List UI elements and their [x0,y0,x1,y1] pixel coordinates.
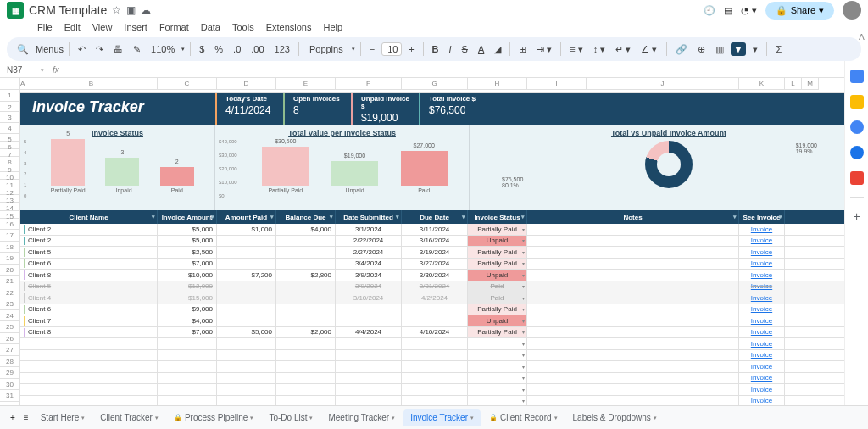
row-head[interactable]: 30 [0,379,20,391]
menu-format[interactable]: Format [159,22,189,34]
collapse-icon[interactable]: ᐱ [859,32,865,42]
borders-icon[interactable]: ⊞ [515,42,530,57]
table-row[interactable]: Client 8▾$7,000$5,000$2,0004/4/20244/10/… [20,327,868,339]
header-cell[interactable]: Client Name▾ [20,210,158,224]
table-row[interactable]: ▾▾Invoice [20,384,868,396]
text-color-icon[interactable]: A [475,42,487,56]
row-head[interactable]: 9 [0,164,20,172]
decimal-dec-icon[interactable]: .0 [230,42,244,56]
table-row[interactable]: Client 7▾$4,000Unpaid▾Invoice [20,315,868,327]
menu-help[interactable]: Help [323,22,342,34]
sheet-tab[interactable]: Client Tracker ▾ [93,410,165,426]
history-icon[interactable]: 🕘 [704,5,715,16]
font-size[interactable]: 10 [381,42,402,56]
sheet-tab[interactable]: 🔒Process Pipeline ▾ [167,410,260,426]
search-icon[interactable]: 🔍 [14,42,32,57]
row-head[interactable]: 22 [0,287,20,299]
filter-views-icon[interactable]: ▾ [749,42,761,57]
table-row[interactable]: ▾▾Invoice [20,338,868,350]
row-head[interactable]: 12 [0,187,20,195]
link-icon[interactable]: 🔗 [672,42,691,57]
row-head[interactable]: 23 [0,298,20,310]
col-head[interactable]: K [739,78,785,90]
sheet-tab[interactable]: Invoice Tracker ▾ [403,410,481,426]
italic-icon[interactable]: I [446,42,455,56]
tasks-icon[interactable] [850,120,864,134]
col-head[interactable]: E [276,78,336,90]
merge-icon[interactable]: ⇥ ▾ [533,42,555,57]
col-head[interactable]: L [785,78,802,90]
row-head[interactable]: 31 [0,390,20,402]
row-head[interactable]: 7 [0,149,20,157]
header-cell[interactable]: Balance Due▾ [276,210,336,224]
menu-tools[interactable]: Tools [232,22,254,34]
decimal-inc-icon[interactable]: .00 [248,42,267,56]
redo-icon[interactable]: ↷ [92,42,107,57]
font-select[interactable]: Poppins [304,42,348,56]
row-head[interactable]: 16 [0,219,20,231]
functions-icon[interactable]: Σ [772,42,785,56]
col-head[interactable]: B [25,78,158,90]
cloud-icon[interactable]: ☁ [141,4,151,16]
row-head[interactable]: 5 [0,134,20,142]
row-head[interactable]: 4 [0,123,20,134]
table-row[interactable]: Client 8▾$10,000$7,200$2,8003/9/20243/30… [20,270,868,281]
row-head[interactable]: 27 [0,344,20,356]
header-cell[interactable]: Amount Paid▾ [217,210,276,224]
col-head[interactable]: D [217,78,276,90]
row-head[interactable]: 6 [0,142,20,149]
table-row[interactable]: Client 6▾$9,000Partially Paid▾Invoice [20,304,868,316]
currency-icon[interactable]: $ [196,42,208,56]
table-row[interactable]: Client 5▾$2,5002/27/20243/19/2024Partial… [20,247,868,259]
row-head[interactable]: 26 [0,333,20,345]
comment-icon[interactable]: ▤ [724,5,732,16]
table-row[interactable]: Client 5▾$12,0003/9/20243/31/2024Paid▾In… [20,281,868,293]
row-head[interactable]: 19 [0,253,20,265]
wrap-icon[interactable]: ↵ ▾ [612,42,634,57]
valign-icon[interactable]: ↕ ▾ [590,42,609,57]
row-head[interactable]: 18 [0,242,20,254]
menu-data[interactable]: Data [201,22,220,34]
fill-color-icon[interactable]: ◢ [491,42,504,57]
name-box[interactable] [7,65,41,75]
row-head[interactable]: 13 [0,195,20,203]
filter-icon[interactable]: ▼ [731,42,747,56]
sheet[interactable]: ABCDEFGHIJKLM Invoice Tracker Today's Da… [20,78,868,417]
format-123[interactable]: 123 [271,42,293,56]
print-icon[interactable]: 🖶 [110,42,126,56]
menu-extensions[interactable]: Extensions [266,22,312,34]
row-head[interactable]: 11 [0,180,20,187]
col-head[interactable]: J [587,78,739,90]
sheet-tab[interactable]: Meeting Tracker ▾ [321,410,402,426]
table-row[interactable]: Client 6▾$7,0003/4/20243/27/2024Partiall… [20,259,868,270]
row-head[interactable]: 15 [0,211,20,219]
header-cell[interactable]: Notes▾ [527,210,739,224]
row-head[interactable]: 20 [0,265,20,276]
row-head[interactable]: 2 [0,102,20,113]
menu-file[interactable]: File [37,22,53,34]
header-cell[interactable]: Due Date▾ [402,210,468,224]
undo-icon[interactable]: ↶ [75,42,89,57]
sheet-tab[interactable]: Labels & Dropdowns ▾ [566,410,664,426]
col-head[interactable]: C [158,78,217,90]
bold-icon[interactable]: B [429,42,442,56]
strike-icon[interactable]: S [459,42,471,56]
calendar-icon[interactable] [850,70,864,83]
size-dec[interactable]: − [366,42,378,56]
menu-insert[interactable]: Insert [124,22,147,34]
star-icon[interactable]: ☆ [112,4,121,16]
row-head[interactable]: 29 [0,367,20,379]
row-head[interactable]: 17 [0,230,20,242]
table-row[interactable]: ▾▾Invoice [20,373,868,385]
col-head[interactable]: H [468,78,527,90]
row-head[interactable]: 8 [0,157,20,164]
col-head[interactable]: G [402,78,468,90]
rotate-icon[interactable]: ∠ ▾ [637,42,660,57]
row-head[interactable]: 21 [0,276,20,287]
col-head[interactable]: M [802,78,819,90]
table-row[interactable]: Client 2▾$5,0002/22/20243/16/2024Unpaid▾… [20,236,868,248]
row-head[interactable]: 10 [0,172,20,180]
row-head[interactable]: 28 [0,356,20,368]
halign-icon[interactable]: ≡ ▾ [566,42,586,57]
meet-icon[interactable]: ◔ ▾ [741,5,757,16]
